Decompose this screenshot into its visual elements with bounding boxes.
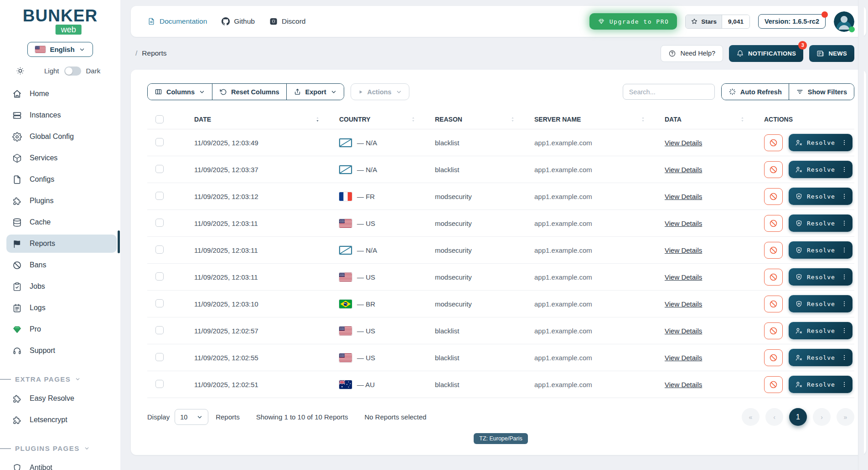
ban-button[interactable] — [764, 161, 783, 178]
sidebar-item[interactable]: Configs — [6, 170, 117, 189]
kebab-menu-icon[interactable] — [841, 220, 847, 227]
kebab-menu-icon[interactable] — [841, 193, 847, 200]
topbar-link[interactable]: Discord — [269, 17, 306, 26]
view-details-link[interactable]: View Details — [665, 220, 702, 227]
kebab-menu-icon[interactable] — [841, 300, 847, 307]
sort-icon[interactable] — [509, 114, 516, 124]
reset-columns-button[interactable]: Reset Columns — [212, 84, 287, 100]
sidebar-item[interactable]: Bans — [6, 256, 117, 274]
github-stars-widget[interactable]: Stars 9,041 — [685, 15, 750, 29]
search-input[interactable] — [623, 84, 715, 100]
view-details-link[interactable]: View Details — [665, 354, 702, 362]
resolve-button[interactable]: Resolve — [789, 322, 852, 339]
view-details-link[interactable]: View Details — [665, 381, 702, 388]
resolve-button[interactable]: Resolve — [789, 295, 852, 312]
resolve-button[interactable]: Resolve — [789, 376, 852, 393]
sidebar-item[interactable]: Jobs — [6, 277, 117, 296]
version-badge[interactable]: Version: 1.6.5-rc2 — [758, 14, 826, 29]
breadcrumb-page[interactable]: Reports — [142, 49, 166, 57]
sidebar-item[interactable]: Cache — [6, 213, 117, 231]
row-checkbox[interactable] — [155, 138, 164, 146]
pagination-button[interactable]: « — [742, 408, 760, 426]
language-select[interactable]: English — [27, 42, 93, 57]
app-logo[interactable]: BUNKER web — [21, 6, 99, 36]
pagination-button[interactable]: ‹ — [765, 408, 783, 426]
pagination-button[interactable]: 1 — [789, 408, 807, 426]
sidebar-item[interactable]: Logs — [6, 299, 117, 317]
kebab-menu-icon[interactable] — [841, 354, 847, 361]
row-checkbox[interactable] — [155, 353, 164, 361]
view-details-link[interactable]: View Details — [665, 300, 702, 308]
kebab-menu-icon[interactable] — [841, 246, 847, 254]
sidebar-item[interactable]: Home — [6, 85, 117, 103]
row-checkbox[interactable] — [155, 326, 164, 334]
ban-button[interactable] — [764, 134, 783, 151]
news-button[interactable]: NEWS — [809, 45, 854, 62]
topbar-link[interactable]: Github — [222, 17, 255, 26]
view-details-link[interactable]: View Details — [665, 273, 702, 281]
auto-refresh-button[interactable]: Auto Refresh — [722, 84, 789, 100]
columns-button[interactable]: Columns — [148, 84, 212, 100]
view-details-link[interactable]: View Details — [665, 193, 702, 200]
view-details-link[interactable]: View Details — [665, 166, 702, 174]
sidebar-item[interactable]: Services — [6, 149, 117, 167]
column-header[interactable]: ACTIONS — [764, 114, 854, 124]
plugins-pages-header[interactable]: PLUGINS PAGES — [6, 444, 117, 452]
ban-button[interactable] — [764, 322, 783, 339]
sidebar-item[interactable]: Global Config — [6, 128, 117, 146]
row-checkbox[interactable] — [155, 219, 164, 227]
ban-button[interactable] — [764, 269, 783, 286]
row-checkbox[interactable] — [155, 245, 164, 254]
kebab-menu-icon[interactable] — [841, 381, 847, 388]
resolve-button[interactable]: Resolve — [789, 215, 852, 232]
kebab-menu-icon[interactable] — [841, 327, 847, 334]
resolve-button[interactable]: Resolve — [789, 161, 852, 178]
sort-icon[interactable] — [739, 114, 746, 124]
row-checkbox[interactable] — [155, 299, 164, 307]
row-checkbox[interactable] — [155, 380, 164, 388]
ban-button[interactable] — [764, 242, 783, 259]
export-button[interactable]: Export — [287, 84, 344, 100]
sort-icon[interactable] — [640, 114, 646, 124]
pagination-button[interactable]: › — [813, 408, 831, 426]
topbar-link[interactable]: Documentation — [147, 17, 207, 26]
page-scrollbar[interactable] — [858, 0, 864, 470]
view-details-link[interactable]: View Details — [665, 246, 702, 254]
upgrade-pro-button[interactable]: Upgrade to PRO — [589, 13, 677, 30]
sidebar-item[interactable]: Plugins — [6, 192, 117, 210]
resolve-button[interactable]: Resolve — [789, 349, 852, 366]
column-header[interactable]: SERVER NAME — [534, 114, 665, 124]
kebab-menu-icon[interactable] — [841, 166, 847, 173]
column-header[interactable]: DATA — [665, 114, 764, 124]
select-all-checkbox[interactable] — [155, 115, 164, 123]
page-size-select[interactable]: 10 — [175, 409, 208, 425]
column-header[interactable]: COUNTRY — [339, 114, 435, 124]
row-checkbox[interactable] — [155, 165, 164, 173]
sidebar-item[interactable]: Letsencrypt — [6, 411, 117, 429]
resolve-button[interactable]: Resolve — [789, 241, 852, 259]
resolve-button[interactable]: Resolve — [789, 268, 852, 286]
column-header[interactable]: REASON — [435, 114, 534, 124]
pagination-button[interactable]: » — [837, 408, 854, 426]
ban-button[interactable] — [764, 349, 783, 366]
user-avatar[interactable] — [834, 11, 854, 32]
column-header[interactable]: DATE — [194, 114, 339, 124]
sidebar-item[interactable]: Instances — [6, 106, 117, 124]
extra-pages-header[interactable]: EXTRA PAGES — [6, 375, 117, 383]
sort-icon[interactable] — [410, 114, 417, 124]
view-details-link[interactable]: View Details — [665, 327, 702, 335]
row-checkbox[interactable] — [155, 272, 164, 281]
notifications-button[interactable]: NOTIFICATIONS 3 — [729, 45, 803, 62]
ban-button[interactable] — [764, 376, 783, 393]
resolve-button[interactable]: Resolve — [789, 134, 852, 151]
sidebar-item[interactable]: Antibot — [6, 459, 117, 470]
sidebar-scrollbar-thumb[interactable] — [118, 230, 120, 253]
show-filters-button[interactable]: Show Filters — [789, 84, 854, 100]
ban-button[interactable] — [764, 188, 783, 205]
view-details-link[interactable]: View Details — [665, 139, 702, 147]
sidebar-item[interactable]: Pro — [6, 320, 117, 338]
sort-icon[interactable] — [829, 114, 836, 124]
resolve-button[interactable]: Resolve — [789, 188, 852, 205]
kebab-menu-icon[interactable] — [841, 273, 847, 281]
row-checkbox[interactable] — [155, 192, 164, 200]
